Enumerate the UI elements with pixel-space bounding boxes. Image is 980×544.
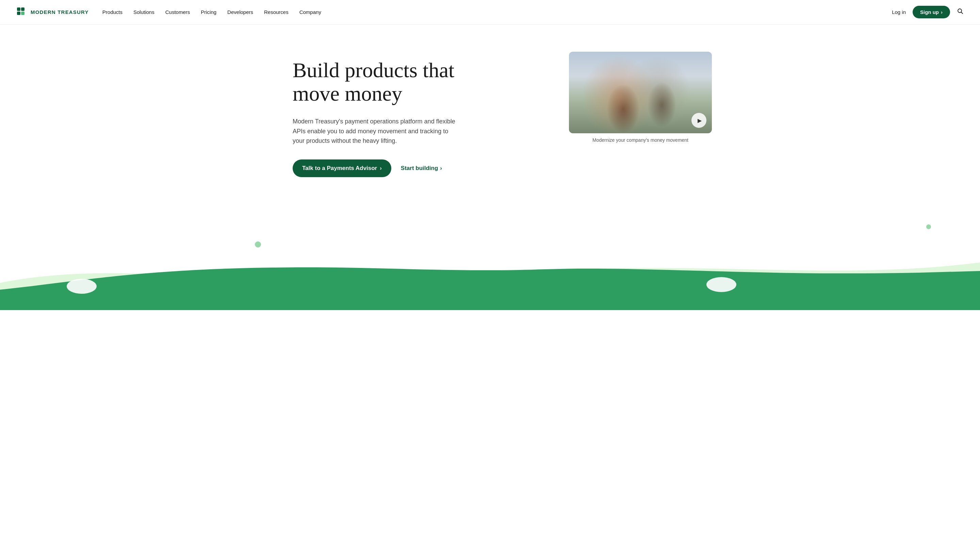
nav-developers[interactable]: Developers — [227, 9, 253, 15]
hero-section: Build products that move money Modern Tr… — [252, 24, 728, 208]
nav-products[interactable]: Products — [102, 9, 123, 15]
svg-rect-0 — [17, 8, 21, 11]
nav-resources[interactable]: Resources — [264, 9, 288, 15]
nav-customers[interactable]: Customers — [165, 9, 190, 15]
hero-content: Build products that move money Modern Tr… — [293, 52, 476, 177]
hero-title: Build products that move money — [293, 59, 476, 106]
wave-section — [0, 215, 980, 310]
cta-secondary-link[interactable]: Start building › — [401, 165, 442, 172]
wave-svg — [0, 215, 980, 310]
main-nav: MODERN TREASURY Products Solutions Custo… — [0, 0, 980, 24]
media-card — [569, 52, 712, 133]
media-caption: Modernize your company's money movement — [569, 137, 712, 143]
svg-line-5 — [961, 12, 963, 14]
nav-solutions[interactable]: Solutions — [134, 9, 154, 15]
hero-image — [569, 52, 712, 133]
logo-link[interactable]: MODERN TREASURY — [16, 7, 89, 18]
svg-point-7 — [706, 277, 737, 292]
svg-rect-1 — [17, 11, 21, 15]
logo-text: MODERN TREASURY — [30, 9, 89, 15]
nav-right: Log in Sign up › — [892, 6, 964, 18]
play-button[interactable] — [692, 113, 706, 128]
hero-media: Modernize your company's money movement — [569, 52, 712, 143]
nav-pricing[interactable]: Pricing — [201, 9, 216, 15]
search-icon[interactable] — [957, 8, 964, 16]
hero-description: Modern Treasury's payment operations pla… — [293, 117, 456, 146]
hero-buttons: Talk to a Payments Advisor › Start build… — [293, 159, 476, 177]
nav-links: Products Solutions Customers Pricing Dev… — [102, 9, 321, 15]
logo-icon — [16, 7, 27, 18]
cta-primary-button[interactable]: Talk to a Payments Advisor › — [293, 159, 391, 177]
signup-button[interactable]: Sign up › — [913, 6, 950, 18]
nav-company[interactable]: Company — [299, 9, 321, 15]
nav-left: MODERN TREASURY Products Solutions Custo… — [16, 7, 321, 18]
svg-point-6 — [67, 279, 97, 294]
svg-rect-3 — [21, 11, 24, 15]
login-link[interactable]: Log in — [892, 9, 906, 15]
svg-rect-2 — [21, 8, 24, 11]
